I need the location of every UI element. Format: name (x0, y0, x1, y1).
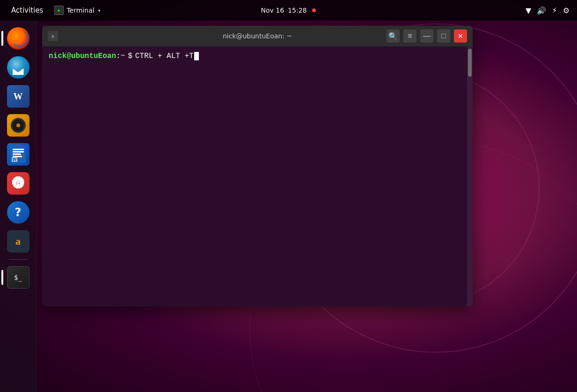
terminal-new-tab-icon[interactable]: ⊕ (48, 31, 58, 41)
help-icon: ? (7, 201, 29, 224)
prompt-dollar: $ (128, 52, 132, 60)
svg-text:W: W (12, 158, 16, 162)
dock-separator (9, 259, 28, 260)
terminal-window: ⊕ nick@ubuntuEoan: ~ 🔍 ≡ — □ ✕ nick@ubun… (42, 26, 473, 306)
terminal-body[interactable]: nick@ubuntuEoan :~ $ CTRL + ALT + T (42, 46, 473, 306)
app-dropdown-arrow: ▾ (98, 8, 101, 13)
dock-item-help[interactable]: ? (5, 199, 31, 225)
dock-item-terminal[interactable]: $_ (5, 264, 31, 290)
svg-rect-4 (13, 156, 22, 157)
terminal-maximize-button[interactable]: □ (437, 29, 450, 43)
topbar-clock-area: Nov 16 15:28 (261, 7, 316, 14)
prompt-user: nick@ubuntuEoan (49, 52, 116, 60)
topbar-date: Nov 16 (261, 7, 285, 14)
topbar-right: ▼ 🔊 ⚡ ⚙ (526, 6, 570, 15)
dock: W 🅐 ? a $_ (0, 21, 37, 392)
tray-power-icon[interactable]: ⚡ (552, 6, 557, 15)
svg-rect-2 (13, 151, 24, 152)
activities-button[interactable]: Activities (7, 4, 47, 16)
svg-rect-3 (13, 153, 21, 155)
terminal-search-button[interactable]: 🔍 (387, 29, 400, 43)
terminal-cursor (194, 52, 199, 60)
dock-item-thunderbird[interactable] (5, 54, 31, 80)
terminal-scrollbar[interactable] (467, 46, 473, 306)
terminal-window-controls: 🔍 ≡ — □ ✕ (387, 29, 467, 43)
notification-dot (312, 8, 316, 12)
terminal-app-icon: ▶ (54, 6, 64, 15)
dock-item-lo-writer[interactable] (5, 83, 31, 109)
dock-item-appstore[interactable]: 🅐 (5, 170, 31, 196)
tray-network-icon[interactable]: ▼ (526, 6, 531, 15)
terminal-prompt-line: nick@ubuntuEoan :~ $ CTRL + ALT + T (49, 52, 460, 60)
terminal-command-text: CTRL + ALT + (135, 52, 189, 60)
terminal-content[interactable]: nick@ubuntuEoan :~ $ CTRL + ALT + T (42, 46, 467, 306)
terminal-menu-button[interactable]: ≡ (403, 29, 416, 43)
terminal-minimize-button[interactable]: — (420, 29, 433, 43)
prompt-path: :~ (116, 52, 125, 60)
terminal-close-button[interactable]: ✕ (454, 29, 467, 43)
svg-rect-1 (13, 149, 24, 150)
terminal-command-cursor-char: T (189, 52, 194, 60)
terminal-scrollbar-thumb[interactable] (468, 49, 472, 77)
dock-item-lo-writer2[interactable]: W (5, 141, 31, 167)
current-app-label: Terminal (66, 7, 94, 14)
firefox-icon (7, 27, 29, 50)
topbar-left: Activities ▶ Terminal ▾ (7, 4, 101, 16)
topbar-time: 15:28 (288, 7, 307, 14)
dock-item-firefox[interactable] (5, 25, 31, 51)
rhythmbox-icon (7, 114, 29, 137)
amazon-icon: a (7, 230, 29, 253)
dock-item-rhythmbox[interactable] (5, 112, 31, 138)
writer-icon (7, 85, 29, 108)
rhythmbox-inner (11, 118, 26, 133)
appstore-icon: 🅐 (7, 172, 29, 195)
app-name-menu[interactable]: ▶ Terminal ▾ (54, 6, 100, 15)
tray-sound-icon[interactable]: 🔊 (537, 6, 546, 15)
terminal-dock-icon: $_ (7, 266, 29, 289)
terminal-window-title: nick@ubuntuEoan: ~ (223, 32, 292, 40)
lo-writer2-icon: W (7, 143, 29, 166)
topbar: Activities ▶ Terminal ▾ Nov 16 15:28 ▼ 🔊… (0, 0, 577, 21)
tray-settings-icon[interactable]: ⚙ (563, 6, 570, 15)
dock-item-amazon[interactable]: a (5, 228, 31, 254)
thunderbird-icon (7, 56, 29, 79)
terminal-titlebar: ⊕ nick@ubuntuEoan: ~ 🔍 ≡ — □ ✕ (42, 26, 473, 46)
